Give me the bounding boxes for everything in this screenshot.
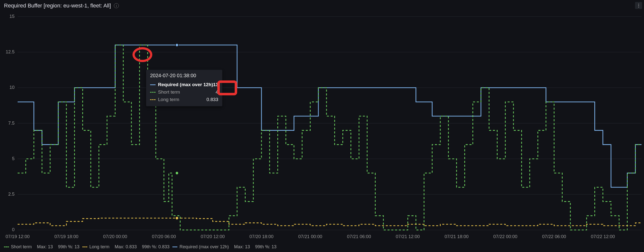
- svg-text:07/20 00:00: 07/20 00:00: [103, 234, 127, 239]
- svg-point-29: [176, 172, 178, 174]
- panel-menu-button[interactable]: [635, 2, 642, 9]
- chart-area[interactable]: 02.557.51012.51507/19 12:0007/19 18:0007…: [0, 12, 644, 243]
- legend-series-name: Long term: [89, 244, 110, 249]
- svg-text:07/20 18:00: 07/20 18:00: [250, 234, 274, 239]
- legend-stat: Max: 13: [234, 244, 250, 249]
- panel-header: Required Buffer [region: eu-west-1, flee…: [0, 0, 644, 12]
- chart-legend: Short term Max: 13 99th %: 13Long term M…: [0, 243, 644, 252]
- tooltip-timestamp: 2024-07-20 01:38:00: [150, 73, 218, 79]
- tooltip-series-label: Short term: [158, 89, 180, 95]
- svg-text:12.5: 12.5: [6, 49, 15, 54]
- svg-text:07/19 18:00: 07/19 18:00: [54, 234, 78, 239]
- tooltip-series-value: 0.833: [206, 97, 218, 102]
- svg-text:07/19 12:00: 07/19 12:00: [6, 234, 30, 239]
- svg-text:07/22 00:00: 07/22 00:00: [494, 234, 518, 239]
- legend-series-name: Required (max over 12h): [179, 244, 229, 249]
- info-icon[interactable]: i: [114, 3, 119, 8]
- legend-item[interactable]: Long term Max: 0.833 99th %: 0.833: [82, 244, 170, 249]
- legend-stat: 99th %: 13: [255, 244, 276, 249]
- svg-point-28: [176, 44, 178, 47]
- legend-stat: Max: 13: [37, 244, 53, 249]
- annotation-circle: [132, 47, 152, 62]
- svg-text:07/21 06:00: 07/21 06:00: [347, 234, 371, 239]
- tooltip-series-label: Long term: [158, 97, 179, 102]
- legend-stat: 99th %: 0.833: [142, 244, 170, 249]
- tooltip-row-required: Required (max over 12h)13: [150, 81, 218, 88]
- annotation-box: [217, 80, 237, 95]
- svg-text:07/20 12:00: 07/20 12:00: [201, 234, 225, 239]
- svg-text:07/22 12:00: 07/22 12:00: [591, 234, 615, 239]
- tooltip-row-short: Short term4: [150, 88, 218, 96]
- tooltip-series-label: Required (max over 12h): [158, 82, 213, 87]
- svg-text:2.5: 2.5: [8, 191, 15, 197]
- svg-text:10: 10: [10, 85, 14, 90]
- chart-tooltip: 2024-07-20 01:38:00 Required (max over 1…: [146, 70, 222, 106]
- svg-text:7.5: 7.5: [8, 120, 15, 126]
- svg-text:07/21 12:00: 07/21 12:00: [396, 234, 420, 239]
- tooltip-row-long: Long term0.833: [150, 96, 218, 103]
- legend-stat: Max: 0.833: [114, 244, 137, 249]
- svg-text:15: 15: [10, 14, 14, 19]
- chart-panel: Required Buffer [region: eu-west-1, flee…: [0, 0, 644, 252]
- legend-item[interactable]: Required (max over 12h) Max: 13 99th %: …: [172, 244, 276, 249]
- line-chart[interactable]: 02.557.51012.51507/19 12:0007/19 18:0007…: [5, 12, 642, 243]
- legend-stat: 99th %: 13: [58, 244, 80, 249]
- panel-title: Required Buffer [region: eu-west-1, flee…: [4, 3, 111, 9]
- svg-text:07/22 06:00: 07/22 06:00: [542, 234, 566, 239]
- svg-text:07/20 06:00: 07/20 06:00: [152, 234, 176, 239]
- svg-point-30: [176, 216, 178, 219]
- legend-series-name: Short term: [11, 244, 32, 249]
- legend-item[interactable]: Short term Max: 13 99th %: 13: [4, 244, 80, 249]
- svg-text:0: 0: [12, 227, 15, 232]
- svg-text:07/21 18:00: 07/21 18:00: [444, 234, 468, 239]
- svg-text:5: 5: [12, 156, 15, 161]
- svg-text:07/21 00:00: 07/21 00:00: [298, 234, 322, 239]
